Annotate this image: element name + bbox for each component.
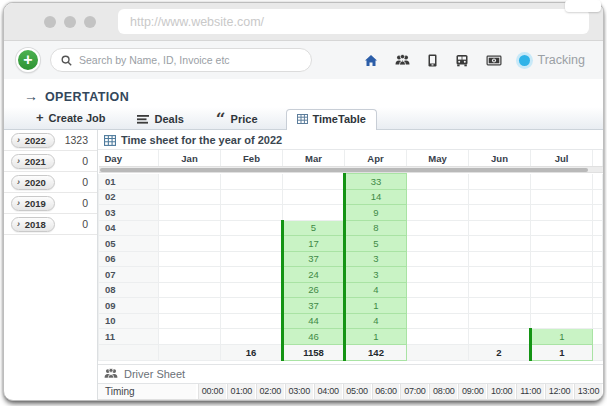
window-close-button[interactable]	[44, 16, 56, 28]
cash-icon[interactable]	[486, 55, 502, 66]
timing-cell: 07:00	[400, 384, 429, 400]
empty-cell	[469, 205, 531, 221]
empty-cell	[221, 251, 283, 267]
empty-cell	[531, 220, 593, 236]
empty-cell	[283, 205, 345, 221]
search-input[interactable]	[79, 54, 301, 66]
tracking-icon	[519, 55, 530, 66]
value-cell-mar-06[interactable]: 37	[283, 251, 345, 267]
value-cell-mar-04[interactable]: 5	[283, 220, 345, 236]
empty-cell	[221, 329, 283, 345]
empty-cell	[469, 282, 531, 298]
timesheet-row: 10444	[99, 313, 603, 329]
value-cell-apr-09[interactable]: 1	[345, 298, 407, 314]
value-cell-mar-05[interactable]: 17	[283, 236, 345, 252]
chevron-right-icon: ›	[17, 198, 20, 208]
timesheet-table: DayJanFebMarAprMayJunJul 013302140390458…	[98, 150, 603, 361]
day-cell: 06	[99, 251, 159, 267]
tab-label: Price	[231, 113, 258, 125]
year-toggle-2019[interactable]: › 2019	[11, 196, 55, 211]
tab-timetable[interactable]: TimeTable	[286, 109, 377, 130]
timesheet-panel: Time sheet for the year of 2022 DayJanFe…	[98, 130, 603, 400]
empty-cell	[159, 298, 221, 314]
timesheet-row: 039	[99, 205, 603, 221]
users-icon[interactable]	[395, 54, 410, 66]
day-cell: 11	[99, 329, 159, 345]
driver-sheet-header: Driver Sheet	[98, 364, 603, 384]
tracking-toggle[interactable]: Tracking	[516, 53, 585, 67]
mobile-icon[interactable]	[427, 54, 438, 67]
timesheet-row: 06373	[99, 251, 603, 267]
year-toggle-2018[interactable]: › 2018	[11, 217, 55, 232]
value-cell-mar-09[interactable]: 37	[283, 298, 345, 314]
timing-label: Timing	[98, 384, 198, 400]
filler-cell	[593, 174, 603, 190]
empty-cell	[531, 267, 593, 283]
value-cell-apr-05[interactable]: 5	[345, 236, 407, 252]
empty-cell	[407, 174, 469, 190]
empty-cell	[159, 251, 221, 267]
value-cell-apr-10[interactable]: 4	[345, 313, 407, 329]
add-button[interactable]: +	[16, 48, 40, 72]
timing-cell: 06:00	[372, 384, 401, 400]
empty-cell	[221, 298, 283, 314]
column-header-may: May	[407, 150, 469, 166]
filler-cell	[593, 189, 603, 205]
empty-cell	[221, 282, 283, 298]
value-cell-mar-08[interactable]: 26	[283, 282, 345, 298]
year-toggle-2021[interactable]: › 2021	[11, 154, 55, 169]
filler-cell	[593, 282, 603, 298]
total-cell	[407, 344, 469, 360]
scrollbar-thumb[interactable]	[100, 168, 588, 172]
tab-create-job[interactable]: + Create Job	[32, 107, 109, 129]
timesheet-row: 09371	[99, 298, 603, 314]
value-cell-mar-11[interactable]: 46	[283, 329, 345, 345]
window-maximize-button[interactable]	[84, 16, 96, 28]
column-header-feb: Feb	[221, 150, 283, 166]
empty-cell	[531, 298, 593, 314]
total-cell: 1	[531, 344, 593, 360]
empty-cell	[469, 329, 531, 345]
empty-cell	[221, 205, 283, 221]
value-cell-apr-03[interactable]: 9	[345, 205, 407, 221]
value-cell-apr-01[interactable]: 33	[345, 174, 407, 190]
bus-icon[interactable]	[455, 54, 469, 67]
total-cell: 16	[221, 344, 283, 360]
search-box[interactable]	[50, 48, 312, 72]
tab-bar: + Create Job Deals “ Price TimeTable	[4, 107, 603, 130]
empty-cell	[469, 220, 531, 236]
value-cell-jul-11[interactable]: 1	[531, 329, 593, 345]
timing-cell: 01:00	[227, 384, 256, 400]
value-cell-mar-07[interactable]: 24	[283, 267, 345, 283]
value-cell-apr-11[interactable]: 1	[345, 329, 407, 345]
column-header-day: Day	[99, 150, 159, 166]
sidebar-year-row: › 20221323	[4, 130, 97, 151]
year-toggle-2020[interactable]: › 2020	[11, 175, 55, 190]
empty-cell	[531, 236, 593, 252]
value-cell-apr-02[interactable]: 14	[345, 189, 407, 205]
timesheet-row: 0214	[99, 189, 603, 205]
empty-cell	[283, 174, 345, 190]
empty-cell	[407, 205, 469, 221]
tab-deals[interactable]: Deals	[133, 110, 187, 129]
value-cell-apr-04[interactable]: 8	[345, 220, 407, 236]
empty-cell	[221, 220, 283, 236]
filler-cell	[593, 205, 603, 221]
timing-cell: 00:00	[198, 384, 227, 400]
home-icon[interactable]	[364, 54, 378, 67]
tracking-label: Tracking	[538, 53, 585, 67]
value-cell-mar-10[interactable]: 44	[283, 313, 345, 329]
timing-cell: 13:00	[574, 384, 603, 400]
timing-cell: 08:00	[429, 384, 458, 400]
timesheet-row: 08264	[99, 282, 603, 298]
value-cell-apr-08[interactable]: 4	[345, 282, 407, 298]
tab-price[interactable]: “ Price	[212, 110, 262, 129]
url-bar[interactable]: http://www.website.com/	[118, 9, 589, 34]
year-toggle-2022[interactable]: › 2022	[11, 133, 55, 148]
day-cell: 10	[99, 313, 159, 329]
window-minimize-button[interactable]	[64, 16, 76, 28]
filler-cell	[593, 329, 603, 345]
value-cell-apr-07[interactable]: 3	[345, 267, 407, 283]
filler-cell	[593, 251, 603, 267]
value-cell-apr-06[interactable]: 3	[345, 251, 407, 267]
